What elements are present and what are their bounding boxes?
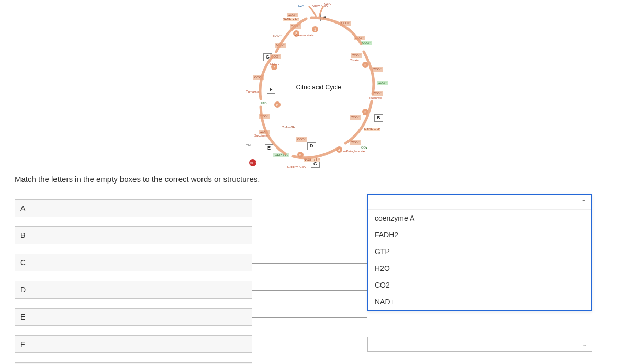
cycle-arcs bbox=[204, 2, 424, 175]
chevron-down-icon: ⌄ bbox=[582, 341, 587, 348]
dropdown-option[interactable]: NAD+ bbox=[368, 293, 591, 310]
text-cursor-icon bbox=[374, 198, 374, 206]
label-c: C bbox=[15, 254, 252, 271]
dropdown-option[interactable]: GTP bbox=[368, 243, 591, 260]
label-a: A bbox=[15, 199, 252, 217]
label-b: B bbox=[15, 226, 252, 244]
citric-acid-cycle-diagram: Citric acid Cycle H₂O Acetyl-CoA CoA A B… bbox=[204, 2, 424, 175]
label-e: E bbox=[15, 308, 252, 326]
connector bbox=[252, 209, 367, 209]
connector bbox=[252, 290, 367, 291]
connector bbox=[252, 317, 367, 318]
dropdown-option[interactable]: CO2 bbox=[368, 277, 591, 293]
dropdown-option[interactable]: FADH2 bbox=[368, 226, 591, 243]
select-f[interactable]: ⌄ bbox=[367, 337, 592, 352]
label-f: F bbox=[15, 335, 252, 353]
dropdown-option[interactable]: H2O bbox=[368, 260, 591, 277]
diagram-area: Citric acid Cycle H₂O Acetyl-CoA CoA A B… bbox=[15, 0, 613, 178]
match-row-f: F ⌄ bbox=[15, 335, 613, 353]
connector bbox=[252, 345, 367, 345]
chevron-up-icon: ⌃ bbox=[581, 199, 586, 206]
connector bbox=[252, 263, 367, 264]
select-a-dropdown[interactable]: ⌃ coenzyme A FADH2 GTP H2O CO2 NAD+ bbox=[367, 194, 592, 311]
label-d: D bbox=[15, 281, 252, 299]
dropdown-search[interactable]: ⌃ bbox=[368, 195, 591, 210]
dropdown-option[interactable]: coenzyme A bbox=[368, 210, 591, 226]
connector bbox=[252, 236, 367, 236]
